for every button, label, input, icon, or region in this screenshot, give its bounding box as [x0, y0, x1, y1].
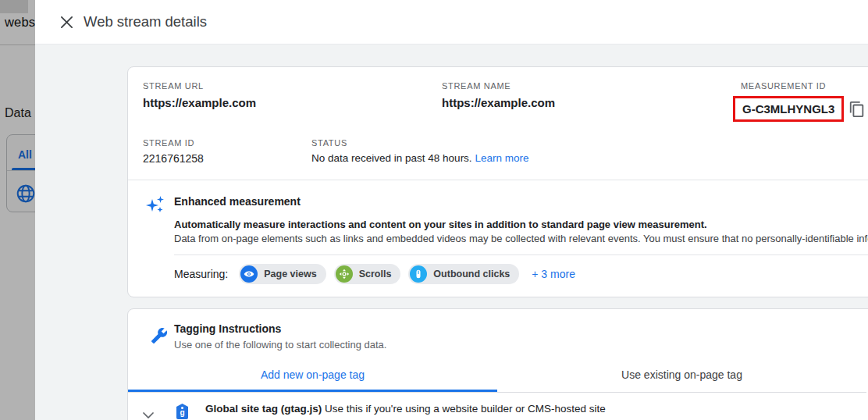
measurement-id-annotation-box: G-C3MLHYNGL3	[733, 96, 844, 122]
stream-url-label: STREAM URL	[143, 81, 442, 91]
status-value: No data received in past 48 hours. Learn…	[311, 152, 780, 164]
status-label: STATUS	[311, 138, 780, 148]
panel-title: Web stream details	[84, 13, 207, 30]
status-field: STATUS No data received in past 48 hours…	[311, 138, 780, 165]
stream-name-label: STREAM NAME	[442, 81, 741, 91]
gtag-title-line: Global site tag (gtag.js) Use this if yo…	[205, 403, 606, 415]
stream-id-value: 2216761258	[143, 152, 311, 165]
tagging-tabs: Add new on-page tag Use existing on-page…	[128, 361, 866, 393]
background-tab-all: All	[18, 148, 32, 161]
status-text: No data received in past 48 hours.	[311, 152, 472, 164]
stream-id-field: STREAM ID 2216761258	[143, 138, 311, 165]
stream-meta-row: STREAM ID 2216761258 STATUS No data rece…	[128, 122, 868, 165]
background-partial-text: webs	[5, 15, 35, 30]
more-chips-link[interactable]: + 3 more	[532, 268, 575, 280]
gtag-title: Global site tag (gtag.js)	[205, 403, 322, 415]
measurement-id-label: MEASUREMENT ID	[741, 81, 868, 91]
tagging-subtitle: Use one of the following to start collec…	[174, 339, 386, 351]
tagging-title: Tagging Instructions	[174, 322, 386, 335]
gtag-text: Global site tag (gtag.js) Use this if yo…	[205, 403, 606, 420]
tagging-header: Tagging Instructions Use one of the foll…	[128, 309, 868, 351]
chevron-down-icon[interactable]	[143, 408, 154, 420]
eye-icon	[240, 265, 258, 283]
chip-outbound-clicks-label: Outbound clicks	[433, 269, 510, 279]
measuring-label: Measuring:	[174, 268, 228, 280]
learn-more-link[interactable]: Learn more	[475, 152, 528, 164]
tab-add-new-on-page-tag[interactable]: Add new on-page tag	[128, 361, 497, 392]
chip-page-views: Page views	[239, 264, 326, 284]
gtag-icon: g	[176, 404, 188, 419]
enhanced-measurement-section: Enhanced measurement Automatically measu…	[128, 180, 868, 297]
tab-use-existing-on-page-tag[interactable]: Use existing on-page tag	[497, 361, 866, 392]
background-card-divider	[7, 170, 35, 171]
globe-icon	[16, 183, 35, 207]
web-stream-details-panel: Web stream details STREAM URL https://ex…	[35, 0, 868, 420]
measuring-row: Measuring: Page views	[174, 264, 868, 284]
stream-details-card: STREAM URL https://example.com STREAM NA…	[127, 66, 868, 297]
background-card: All	[6, 134, 35, 212]
background-tab-underline	[12, 168, 35, 170]
stream-id-label: STREAM ID	[143, 138, 311, 148]
enhanced-inner-divider	[174, 254, 868, 255]
stream-name-field: STREAM NAME https://example.com	[442, 81, 741, 122]
stream-name-value: https://example.com	[442, 96, 741, 109]
copy-icon[interactable]	[848, 101, 866, 118]
dimmed-background-page: webs Data All	[0, 0, 35, 420]
chip-scrolls: Scrolls	[334, 264, 401, 284]
enhanced-description-text: Data from on-page elements such as links…	[174, 233, 868, 244]
gtag-icon-letter: g	[176, 409, 188, 417]
close-icon[interactable]	[55, 11, 77, 33]
enhanced-measurement-description: Automatically measure interactions and c…	[174, 218, 868, 246]
background-section-title: Data	[5, 106, 31, 120]
gtag-title-suffix: Use this if you're using a website build…	[325, 403, 606, 415]
enhanced-measurement-content: Enhanced measurement Automatically measu…	[174, 193, 868, 284]
enhanced-description-bold: Automatically measure interactions and c…	[174, 218, 868, 232]
tagging-titles: Tagging Instructions Use one of the foll…	[174, 322, 386, 351]
chip-scrolls-label: Scrolls	[359, 269, 392, 279]
sparkles-icon	[145, 193, 165, 284]
stream-url-value: https://example.com	[143, 96, 442, 109]
stream-fields-row: STREAM URL https://example.com STREAM NA…	[128, 67, 868, 122]
wrench-icon	[151, 327, 168, 351]
panel-body: STREAM URL https://example.com STREAM NA…	[35, 66, 868, 420]
chip-outbound-clicks: Outbound clicks	[408, 264, 519, 284]
scroll-arrows-icon	[336, 265, 353, 283]
tagging-instructions-card: Tagging Instructions Use one of the foll…	[127, 308, 868, 420]
stream-url-field: STREAM URL https://example.com	[143, 81, 442, 122]
background-header-block	[0, 0, 28, 13]
measurement-id-field: MEASUREMENT ID G-C3MLHYNGL3	[741, 81, 868, 122]
measurement-id-wrap: G-C3MLHYNGL3	[733, 96, 868, 122]
panel-header: Web stream details	[35, 0, 868, 44]
global-site-tag-row[interactable]: g Global site tag (gtag.js) Use this if …	[128, 393, 868, 420]
background-divider	[0, 44, 35, 45]
mouse-icon	[410, 265, 427, 283]
enhanced-measurement-title: Enhanced measurement	[174, 193, 868, 208]
chip-page-views-label: Page views	[264, 269, 316, 279]
